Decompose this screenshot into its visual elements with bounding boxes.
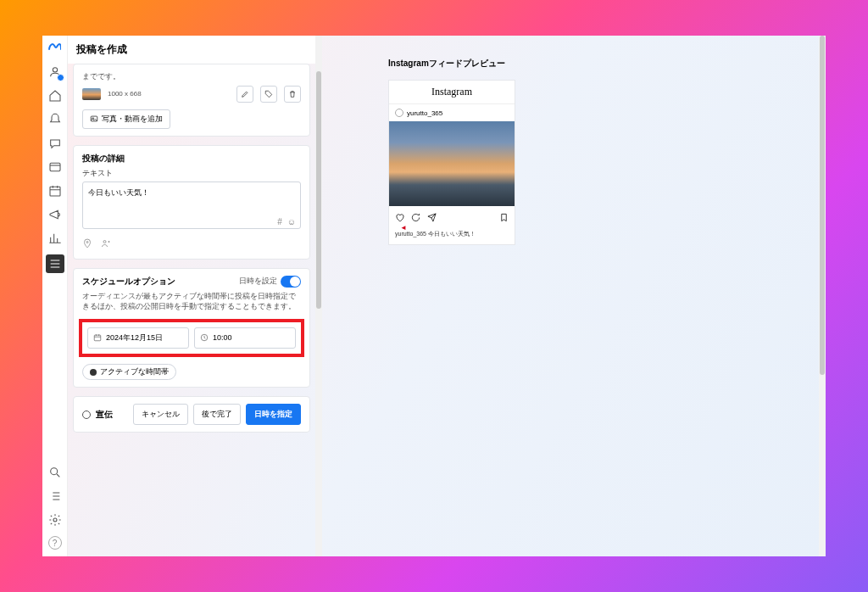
svg-point-4: [53, 518, 57, 522]
finish-later-button[interactable]: 後で完了: [193, 404, 241, 425]
time-field[interactable]: 10:00: [194, 327, 296, 349]
home-nav[interactable]: [47, 88, 63, 103]
preview-caption: yurutto_365 今日もいい天気！: [389, 230, 515, 244]
inbox-nav[interactable]: [47, 136, 63, 151]
details-heading: 投稿の詳細: [82, 153, 301, 165]
schedule-heading: スケジュールオプション: [82, 276, 175, 288]
annotation-mark: ◄: [400, 224, 407, 232]
schedule-desc: オーディエンスが最もアクティブな時間帯に投稿を日時指定できるほか、投稿の公開日時…: [82, 291, 301, 312]
svg-rect-2: [50, 187, 60, 196]
share-icon: [427, 210, 437, 226]
svg-rect-9: [94, 335, 101, 341]
tag-media-button[interactable]: [260, 86, 277, 103]
media-card: までです。 1000 x 668 写真・動画を追加: [73, 64, 310, 137]
bookmark-icon: [499, 210, 509, 225]
text-label: テキスト: [82, 168, 301, 179]
schedule-button[interactable]: 日時を指定: [246, 404, 301, 425]
left-sidebar: ?: [42, 36, 68, 556]
main-scrollbar[interactable]: [819, 36, 826, 556]
preview-user-row: yurutto_365: [389, 104, 515, 121]
media-hint-cut: までです。: [82, 71, 301, 82]
comment-icon: [411, 210, 420, 226]
schedule-toggle[interactable]: [281, 276, 301, 288]
ads-nav[interactable]: [47, 207, 63, 222]
schedule-card: スケジュールオプション 日時を設定 オーディエンスが最もアクティブな時間帯に投稿…: [73, 268, 310, 388]
settings-nav[interactable]: [47, 512, 63, 528]
content-nav[interactable]: [47, 159, 63, 175]
svg-point-0: [53, 68, 57, 72]
insights-nav[interactable]: [47, 231, 63, 246]
search-nav[interactable]: [47, 465, 63, 480]
footer-bar: 宣伝 キャンセル 後で完了 日時を指定: [73, 396, 310, 433]
promo-radio[interactable]: [82, 410, 91, 419]
help-nav[interactable]: ?: [48, 536, 62, 550]
post-details-card: 投稿の詳細 テキスト # ☺: [73, 145, 310, 260]
svg-point-8: [103, 240, 106, 243]
highlight-box: 2024年12月15日 10:00: [79, 319, 304, 357]
compose-scrollbar[interactable]: [315, 36, 322, 556]
svg-point-7: [86, 241, 88, 243]
active-times-chip[interactable]: アクティブな時間帯: [82, 364, 176, 380]
instagram-preview-card: Instagram yurutto_365: [388, 80, 515, 245]
edit-media-button[interactable]: [236, 86, 253, 103]
panel-title: 投稿を作成: [68, 36, 315, 64]
promo-label: 宣伝: [96, 409, 113, 421]
toggle-label: 日時を設定: [239, 276, 277, 287]
delete-media-button[interactable]: [284, 86, 301, 103]
date-field[interactable]: 2024年12月15日: [87, 327, 189, 349]
instagram-logo: Instagram: [389, 81, 515, 104]
hashtag-icon[interactable]: #: [277, 217, 282, 226]
location-icon[interactable]: [82, 237, 92, 252]
planner-nav[interactable]: [47, 183, 63, 198]
preview-username: yurutto_365: [407, 109, 442, 117]
preview-pane: Instagramフィードプレビュー Instagram yurutto_365: [322, 36, 819, 556]
add-media-button[interactable]: 写真・動画を追加: [82, 109, 170, 129]
compose-panel: 投稿を作成 までです。 1000 x 668: [68, 36, 315, 556]
cancel-button[interactable]: キャンセル: [133, 404, 188, 425]
list-nav[interactable]: [47, 489, 63, 504]
account-switcher[interactable]: [47, 64, 63, 80]
preview-heading: Instagramフィードプレビュー: [388, 58, 819, 70]
collab-icon[interactable]: [101, 237, 111, 252]
preview-image: [389, 121, 515, 206]
svg-point-3: [50, 468, 57, 475]
media-thumbnail[interactable]: [82, 88, 101, 100]
media-dimensions: 1000 x 668: [108, 90, 142, 98]
avatar: [395, 109, 403, 117]
notifications-nav[interactable]: [47, 112, 63, 127]
svg-rect-1: [50, 163, 60, 170]
emoji-icon[interactable]: ☺: [287, 217, 296, 226]
meta-logo[interactable]: [47, 41, 63, 56]
all-tools-nav[interactable]: [46, 254, 64, 273]
